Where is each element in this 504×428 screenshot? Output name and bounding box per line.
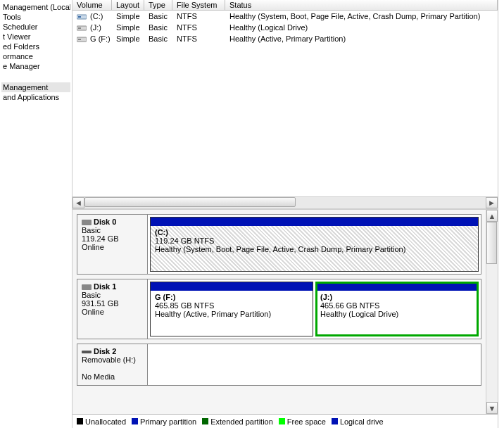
disk-type: Basic	[82, 226, 101, 234]
volume-table-header: Volume Layout Type File System Status	[73, 0, 498, 11]
cell-layout: Simple	[114, 12, 146, 20]
partition[interactable]: G (F:) 465.85 GB NTFS Healthy (Active, P…	[150, 282, 313, 336]
cell-fs: NTFS	[175, 34, 227, 43]
volume-table-body: (C:) Simple Basic NTFS Healthy (System, …	[73, 11, 498, 196]
tree-item[interactable]: Tools	[1, 12, 70, 22]
disk-partitions	[148, 344, 481, 385]
disk-icon	[82, 220, 92, 225]
partition-size: 119.24 GB NTFS	[155, 237, 214, 245]
cell-type: Basic	[146, 34, 175, 43]
disk-name: Disk 1	[94, 282, 116, 291]
col-header-volume[interactable]: Volume	[73, 0, 112, 10]
volume-row[interactable]: (J:) Simple Basic NTFS Healthy (Logical …	[73, 22, 498, 33]
scroll-track[interactable]	[84, 197, 486, 208]
tree-item[interactable]: Scheduler	[1, 22, 70, 32]
legend: Unallocated Primary partition Extended p…	[73, 414, 498, 428]
legend-label: Primary partition	[140, 417, 196, 426]
cell-layout: Simple	[114, 34, 146, 43]
disk-status: No Media	[82, 372, 115, 381]
disk-status: Online	[82, 308, 104, 316]
cell-type: Basic	[146, 23, 175, 32]
scroll-track[interactable]	[486, 222, 498, 402]
horizontal-scrollbar[interactable]: ◄ ►	[73, 196, 498, 209]
disk-row: Disk 1 Basic 931.51 GB Online G (F:) 465…	[77, 279, 481, 339]
drive-icon	[77, 13, 87, 20]
svg-rect-3	[78, 27, 81, 29]
disk-type: Removable (H:)	[82, 355, 136, 364]
disk-size: 119.24 GB	[82, 234, 119, 243]
partition-size: 465.66 GB NTFS	[320, 301, 379, 310]
legend-label: Unallocated	[85, 417, 126, 426]
volume-name: (C:)	[90, 12, 103, 20]
volume-row[interactable]: G (F:) Simple Basic NTFS Healthy (Active…	[73, 33, 498, 44]
partition-label: G (F:)	[155, 293, 175, 301]
tree-item[interactable]: e Manager	[1, 61, 70, 71]
svg-rect-1	[78, 16, 81, 18]
volume-name: (J:)	[90, 23, 101, 32]
partition-selected[interactable]: (J:) 465.66 GB NTFS Healthy (Logical Dri…	[315, 282, 479, 336]
legend-swatch-unallocated	[77, 418, 83, 424]
disk-icon	[82, 284, 92, 290]
disk-row: Disk 2 Removable (H:) No Media	[77, 344, 481, 386]
vertical-scrollbar[interactable]: ▲ ▼	[486, 210, 498, 414]
right-gutter	[498, 0, 504, 428]
partition-label: (C:)	[155, 228, 168, 237]
partition-stripe	[151, 282, 313, 291]
scroll-up-icon[interactable]: ▲	[486, 210, 498, 222]
disk-info[interactable]: Disk 2 Removable (H:) No Media	[77, 344, 148, 385]
tree-item[interactable]: ormance	[1, 51, 70, 61]
tree-item-management[interactable]: Management	[1, 82, 70, 92]
partition[interactable]: (C:) 119.24 GB NTFS Healthy (System, Boo…	[150, 217, 479, 272]
legend-swatch-logical	[332, 418, 338, 424]
removable-disk-icon	[82, 351, 92, 353]
disk-info[interactable]: Disk 0 Basic 119.24 GB Online	[77, 215, 148, 274]
tree-item[interactable]: Management (Local	[1, 2, 70, 12]
cell-fs: NTFS	[175, 12, 227, 20]
legend-swatch-free	[279, 418, 285, 424]
scroll-left-icon[interactable]: ◄	[73, 197, 84, 208]
tree-item[interactable]: t Viewer	[1, 32, 70, 42]
col-header-layout[interactable]: Layout	[112, 0, 144, 10]
disk-status: Online	[82, 243, 104, 251]
svg-rect-5	[78, 39, 81, 40]
volume-row[interactable]: (C:) Simple Basic NTFS Healthy (System, …	[73, 11, 498, 22]
cell-layout: Simple	[114, 23, 146, 32]
tree-item[interactable]: and Applications	[1, 92, 70, 102]
legend-swatch-primary	[132, 418, 138, 424]
disk-row: Disk 0 Basic 119.24 GB Online (C:) 119.2…	[77, 214, 481, 275]
col-header-status[interactable]: Status	[225, 0, 498, 10]
col-header-filesystem[interactable]: File System	[172, 0, 225, 10]
legend-swatch-extended	[202, 418, 208, 424]
main-panel: Volume Layout Type File System Status (C…	[73, 0, 498, 428]
disk-name: Disk 0	[94, 218, 116, 226]
disk-name: Disk 2	[94, 347, 116, 355]
scroll-thumb[interactable]	[84, 197, 296, 207]
disk-partitions: G (F:) 465.85 GB NTFS Healthy (Active, P…	[148, 279, 481, 339]
cell-status: Healthy (Active, Primary Partition)	[227, 34, 496, 43]
cell-status: Healthy (Logical Drive)	[227, 23, 496, 32]
disk-type: Basic	[82, 291, 101, 299]
cell-fs: NTFS	[175, 23, 227, 32]
partition-stripe	[151, 218, 478, 226]
disk-info[interactable]: Disk 1 Basic 931.51 GB Online	[77, 279, 148, 339]
cell-status: Healthy (System, Boot, Page File, Active…	[227, 12, 496, 20]
legend-label: Extended partition	[210, 417, 273, 426]
disk-partitions: (C:) 119.24 GB NTFS Healthy (System, Boo…	[148, 215, 481, 274]
volume-name: G (F:)	[90, 34, 111, 43]
scroll-down-icon[interactable]: ▼	[486, 402, 498, 414]
drive-icon	[77, 36, 87, 43]
scroll-right-icon[interactable]: ►	[486, 197, 498, 208]
partition-status: Healthy (System, Boot, Page File, Active…	[155, 245, 405, 253]
col-header-type[interactable]: Type	[144, 0, 172, 10]
partition-size: 465.85 GB NTFS	[155, 301, 214, 310]
partition-stripe	[316, 282, 478, 291]
partition-status: Healthy (Logical Drive)	[320, 310, 398, 318]
scroll-thumb[interactable]	[486, 222, 497, 264]
cell-type: Basic	[146, 12, 175, 20]
legend-label: Logical drive	[340, 417, 384, 426]
legend-label: Free space	[287, 417, 326, 426]
partition-label: (J:)	[320, 293, 332, 301]
sidebar-tree: Management (Local Tools Scheduler t View…	[0, 0, 73, 428]
tree-item[interactable]: ed Folders	[1, 42, 70, 51]
drive-icon	[77, 25, 87, 32]
